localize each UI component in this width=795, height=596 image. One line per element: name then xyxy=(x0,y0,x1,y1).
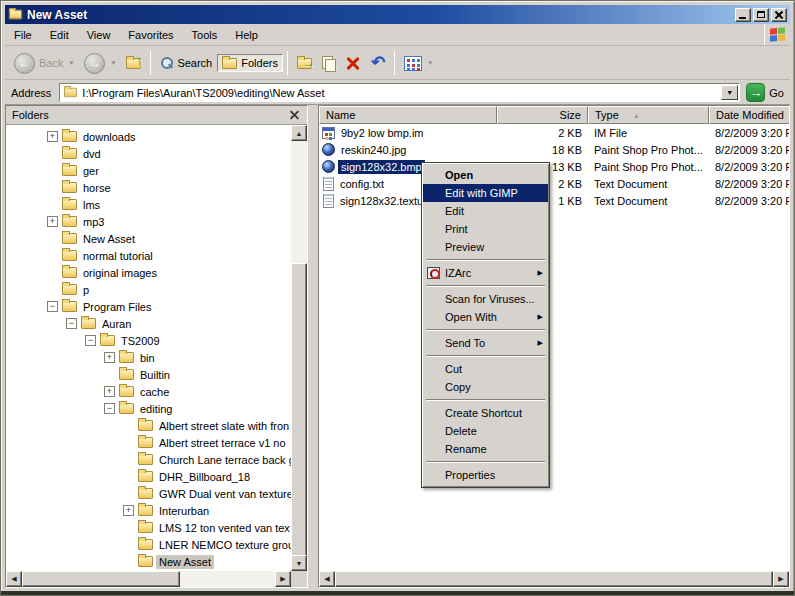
up-button[interactable]: ↑ xyxy=(121,55,146,72)
context-menu-item-edit-with-gimp[interactable]: Edit with GIMP xyxy=(423,184,548,202)
context-menu-item-send-to[interactable]: Send To▶ xyxy=(423,334,548,352)
context-menu-item-copy[interactable]: Copy xyxy=(423,378,548,396)
context-menu-item-cut[interactable]: Cut xyxy=(423,360,548,378)
column-header-date-modified[interactable]: Date Modified xyxy=(709,106,790,124)
context-menu-item-preview[interactable]: Preview xyxy=(423,238,548,256)
tree-item-bin[interactable]: +bin xyxy=(6,349,291,366)
context-menu-item-print[interactable]: Print xyxy=(423,220,548,238)
expand-toggle-icon[interactable]: + xyxy=(123,505,134,516)
go-button[interactable]: → Go xyxy=(746,83,786,102)
scroll-right-button[interactable]: ▶ xyxy=(275,571,291,587)
expand-toggle-icon[interactable]: + xyxy=(47,216,58,227)
maximize-button[interactable] xyxy=(753,8,769,22)
menu-help[interactable]: Help xyxy=(226,26,267,44)
back-button[interactable]: ← Back ▼ xyxy=(9,50,79,77)
expand-toggle-icon[interactable]: + xyxy=(47,131,58,142)
copy-to-button[interactable]: → xyxy=(317,53,340,73)
scroll-left-button[interactable]: ◀ xyxy=(6,571,22,587)
file-row-sign128x32-bmp[interactable]: sign128x32.bmp13 KBPaint Shop Pro Phot..… xyxy=(319,158,789,175)
file-list-horizontal-scrollbar[interactable]: ◀ ▶ xyxy=(319,571,789,587)
tree-item-dhr-billboard-18[interactable]: DHR_Billboard_18 xyxy=(6,468,291,485)
tree-item-new-asset[interactable]: New Asset xyxy=(6,230,291,247)
tree-horizontal-scrollbar[interactable]: ◀ ▶ xyxy=(6,571,291,587)
delete-button[interactable] xyxy=(340,52,366,74)
menu-favorites[interactable]: Favorites xyxy=(119,26,182,44)
menu-file[interactable]: File xyxy=(5,26,41,44)
scroll-left-button[interactable]: ◀ xyxy=(319,571,335,587)
search-button[interactable]: Search xyxy=(155,54,217,73)
tree-item-albert-street-terrace-v1-no[interactable]: Albert street terrace v1 no xyxy=(6,434,291,451)
scroll-thumb[interactable] xyxy=(335,571,773,587)
tree-item-albert-street-slate-with-fron[interactable]: Albert street slate with fron xyxy=(6,417,291,434)
tree-item-lms-12-ton-vented-van-tex[interactable]: LMS 12 ton vented van tex xyxy=(6,519,291,536)
tree-item-p[interactable]: p xyxy=(6,281,291,298)
tree-item-normal-tutorial[interactable]: normal tutorial xyxy=(6,247,291,264)
scroll-right-button[interactable]: ▶ xyxy=(773,571,789,587)
scroll-up-button[interactable]: ▲ xyxy=(291,125,307,141)
views-button[interactable]: ▼ xyxy=(399,53,438,74)
folders-button[interactable]: Folders xyxy=(217,54,283,72)
tree-item-ger[interactable]: ger xyxy=(6,162,291,179)
menu-tools[interactable]: Tools xyxy=(183,26,227,44)
expand-toggle-icon[interactable]: − xyxy=(66,318,77,329)
column-header-name[interactable]: Name xyxy=(319,106,497,124)
address-input[interactable]: I:\Program Files\Auran\TS2009\editing\Ne… xyxy=(59,83,740,102)
undo-button[interactable]: ↶ xyxy=(366,52,390,74)
tree-item-new-asset[interactable]: New Asset xyxy=(6,553,291,570)
context-menu-item-izarc[interactable]: IZArc▶ xyxy=(423,264,548,282)
context-menu-item-open-with[interactable]: Open With▶ xyxy=(423,308,548,326)
back-dropdown-icon[interactable]: ▼ xyxy=(68,60,74,66)
tree-item-builtin[interactable]: Builtin xyxy=(6,366,291,383)
menu-items: FileEditViewFavoritesToolsHelp xyxy=(5,24,764,45)
file-row-9by2-low-bmp-im[interactable]: 9by2 low bmp.im2 KBIM File8/2/2009 3:20 … xyxy=(319,124,789,141)
tree-item-lms[interactable]: lms xyxy=(6,196,291,213)
tree-item-ts2009[interactable]: −TS2009 xyxy=(6,332,291,349)
file-row-reskin240-jpg[interactable]: reskin240.jpg18 KBPaint Shop Pro Phot...… xyxy=(319,141,789,158)
tree-item-horse[interactable]: horse xyxy=(6,179,291,196)
scroll-thumb[interactable] xyxy=(291,263,307,557)
context-menu-item-rename[interactable]: Rename xyxy=(423,440,548,458)
context-menu-item-properties[interactable]: Properties xyxy=(423,466,548,484)
tree-vertical-scrollbar[interactable]: ▲ ▼ xyxy=(291,125,307,571)
tree-item-interurban[interactable]: +Interurban xyxy=(6,502,291,519)
tree-item-gwr-dual-vent-van-texture[interactable]: GWR Dual vent van texture xyxy=(6,485,291,502)
folders-panel-close-icon[interactable] xyxy=(288,109,301,122)
column-header-size[interactable]: Size xyxy=(497,106,588,124)
scroll-down-button[interactable]: ▼ xyxy=(291,555,307,571)
context-menu-item-create-shortcut[interactable]: Create Shortcut xyxy=(423,404,548,422)
context-menu-item-open[interactable]: Open xyxy=(423,166,548,184)
file-row-sign128x32-textu[interactable]: sign128x32.textu1 KBText Document8/2/200… xyxy=(319,192,789,209)
scroll-thumb[interactable] xyxy=(22,571,180,587)
tree-item-lner-nemco-texture-group[interactable]: LNER NEMCO texture group xyxy=(6,536,291,553)
forward-dropdown-icon[interactable]: ▼ xyxy=(110,60,116,66)
context-menu-item-edit[interactable]: Edit xyxy=(423,202,548,220)
expand-toggle-icon[interactable]: + xyxy=(104,352,115,363)
tree-item-program-files[interactable]: −Program Files xyxy=(6,298,291,315)
context-menu-item-scan-for-viruses[interactable]: Scan for Viruses... xyxy=(423,290,548,308)
tree-item-mp3[interactable]: +mp3 xyxy=(6,213,291,230)
expand-toggle-icon[interactable]: − xyxy=(47,301,58,312)
file-row-config-txt[interactable]: config.txt2 KBText Document8/2/2009 3:20… xyxy=(319,175,789,192)
address-dropdown-button[interactable]: ▼ xyxy=(721,85,738,100)
close-button[interactable] xyxy=(771,8,787,22)
move-to-button[interactable]: → xyxy=(292,55,317,72)
tree-item-auran[interactable]: −Auran xyxy=(6,315,291,332)
context-menu-item-delete[interactable]: Delete xyxy=(423,422,548,440)
forward-button[interactable]: → ▼ xyxy=(79,50,121,77)
expand-toggle-icon[interactable]: + xyxy=(104,386,115,397)
panel-splitter[interactable] xyxy=(308,105,318,588)
menu-edit[interactable]: Edit xyxy=(41,26,78,44)
expand-toggle-icon[interactable]: − xyxy=(104,403,115,414)
tree-item-dvd[interactable]: dvd xyxy=(6,145,291,162)
column-header-type[interactable]: Type▲ xyxy=(588,106,709,124)
tree-item-cache[interactable]: +cache xyxy=(6,383,291,400)
tree-item-original-images[interactable]: original images xyxy=(6,264,291,281)
expand-toggle-icon[interactable]: − xyxy=(85,335,96,346)
tree-item-church-lane-terrace-back-g[interactable]: Church Lane terrace back g xyxy=(6,451,291,468)
tree-item-editing[interactable]: −editing xyxy=(6,400,291,417)
views-dropdown-icon[interactable]: ▼ xyxy=(427,60,433,66)
minimize-button[interactable] xyxy=(735,8,751,22)
context-menu-item-label: Copy xyxy=(445,381,471,393)
menu-view[interactable]: View xyxy=(78,26,120,44)
tree-item-downloads[interactable]: +downloads xyxy=(6,128,291,145)
